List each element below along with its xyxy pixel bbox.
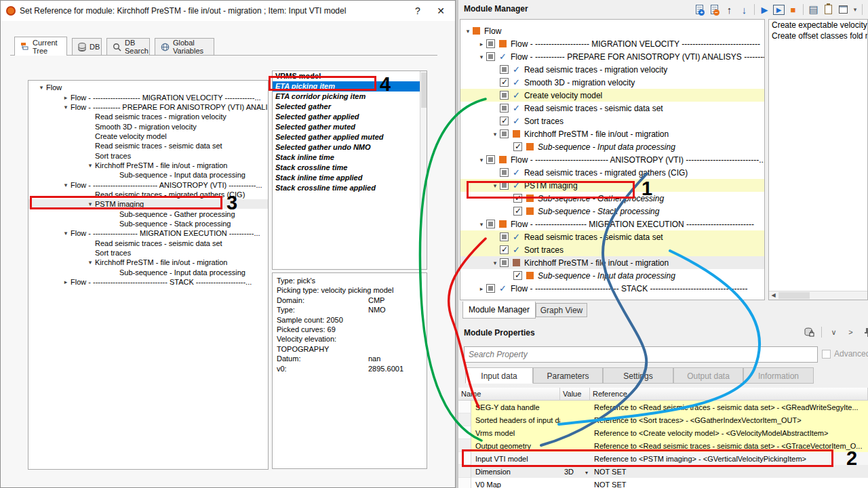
collapse-icon[interactable]: ▾ <box>477 157 486 163</box>
tree-item[interactable]: ▾PSTM imaging <box>28 199 268 209</box>
row-selector[interactable] <box>458 465 471 478</box>
scroll-left-icon[interactable]: ◀ <box>769 291 778 300</box>
list-item[interactable]: Stack crossline time applied <box>273 183 427 193</box>
tree-item[interactable]: ▾Flow - -------------------------- ANISO… <box>28 180 268 189</box>
chevron-right-icon[interactable]: > <box>844 326 857 339</box>
row-selector[interactable] <box>458 401 471 413</box>
collapse-icon[interactable]: ▾ <box>490 260 500 266</box>
partial-checkbox[interactable] <box>500 65 509 74</box>
partial-checkbox[interactable] <box>500 129 509 138</box>
checked-checkbox[interactable] <box>513 142 522 151</box>
module-tree-item[interactable]: ✓Read seismic traces - seismic data set <box>460 230 764 243</box>
new-window-icon[interactable] <box>837 3 850 16</box>
row-selector[interactable] <box>458 413 471 426</box>
partial-checkbox[interactable] <box>500 104 509 113</box>
tab-db[interactable]: DB <box>72 38 102 55</box>
pin-icon[interactable] <box>861 326 868 339</box>
checked-checkbox[interactable] <box>513 271 522 280</box>
dialog-titlebar[interactable]: Set Reference for module: Kirchhoff PreS… <box>1 1 455 21</box>
module-tree-item[interactable]: ✓Sort traces <box>460 243 764 256</box>
tree-item[interactable]: ▾Flow - ------------------ MIGRATION EXE… <box>28 228 268 238</box>
advanced-checkbox[interactable]: Advanced <box>822 349 868 359</box>
list-item[interactable]: Selected gather <box>273 102 427 112</box>
module-tree-item[interactable]: ✓Read seismic traces - migrated gathers … <box>460 166 764 179</box>
tab-graph-view[interactable]: Graph View <box>536 303 587 317</box>
tree-item[interactable]: Sort traces <box>28 248 268 258</box>
property-row[interactable]: V0 MapNOT SET <box>458 478 868 488</box>
search-input[interactable] <box>464 346 818 363</box>
window-caret-icon[interactable]: ▾ <box>852 3 859 16</box>
tree-item[interactable]: Sub-sequence - Input data processing <box>28 268 268 277</box>
tree-item[interactable]: ▾Kirchhoff PreSTM - file in/out - migrat… <box>28 161 268 170</box>
module-tree-item[interactable]: ▾Flow - ------------------- MIGRATION EX… <box>460 218 764 230</box>
row-selector[interactable] <box>458 426 471 439</box>
list-item[interactable]: ETA picking item <box>273 81 427 92</box>
module-tree-item[interactable]: ▾Kirchhoff PreSTM - file in/out - migrat… <box>460 127 764 140</box>
tree-item[interactable]: Sub-sequence - Stack processing <box>28 219 268 228</box>
tree-item[interactable]: Smooth 3D - migration velocity <box>28 121 268 131</box>
module-tree-item[interactable]: ▾Kirchhoff PreSTM - file in/out - migrat… <box>460 256 764 269</box>
run-icon[interactable]: ▶ <box>758 3 771 16</box>
property-row[interactable]: Sorted headers of input dataReference to… <box>458 413 868 426</box>
module-tree-item[interactable]: ▾✓Flow - ----------- PREPARE FOR ANISOTR… <box>460 50 764 63</box>
tab-parameters[interactable]: Parameters <box>533 367 603 384</box>
property-row[interactable]: Input VTI modelReference to <PSTM imagin… <box>458 452 868 465</box>
module-tree-item[interactable]: ✓Sort traces <box>460 115 764 127</box>
module-manager-tree[interactable]: ▾Flow▸Flow - -------------------- MIGRAT… <box>460 19 765 300</box>
property-value[interactable] <box>560 401 590 413</box>
collapse-icon[interactable]: ▾ <box>61 182 71 188</box>
list-item[interactable]: Stack inline time <box>273 152 427 163</box>
collapse-icon[interactable]: ▾ <box>61 230 71 237</box>
partial-checkbox[interactable] <box>500 232 509 241</box>
list-item[interactable]: Stack crossline time <box>273 163 427 173</box>
expand-icon[interactable]: ▸ <box>477 285 486 292</box>
tree-item[interactable]: Sub-sequence - Gather processing <box>28 209 268 218</box>
tab-current-tree[interactable]: Current Tree <box>14 37 67 56</box>
checkbox-box[interactable] <box>822 350 831 359</box>
partial-checkbox[interactable] <box>500 181 509 190</box>
partial-checkbox[interactable] <box>500 91 509 100</box>
tab-module-manager[interactable]: Module Manager <box>462 302 536 319</box>
property-value[interactable] <box>560 439 590 452</box>
expand-icon[interactable]: ▸ <box>61 279 71 285</box>
partial-checkbox[interactable] <box>486 52 495 61</box>
property-value[interactable] <box>560 413 590 426</box>
module-tree-item[interactable]: ✓Create velocity model <box>460 89 764 102</box>
list-item[interactable]: Selected gather applied muted <box>273 132 427 142</box>
tree-item[interactable]: ▾Flow - ----------- PREPARE FOR ANISOTRO… <box>28 102 268 112</box>
list-item[interactable]: VRMS model <box>273 71 427 81</box>
collapse-icon[interactable]: ▾ <box>61 104 71 110</box>
move-down-icon[interactable]: ↓ <box>738 3 751 16</box>
partial-checkbox[interactable] <box>500 258 509 267</box>
clipboard-icon[interactable] <box>822 3 835 16</box>
row-selector[interactable] <box>458 452 471 465</box>
partial-checkbox[interactable] <box>486 39 495 48</box>
list-item[interactable]: Selected gather muted <box>273 122 427 132</box>
module-tree-item[interactable]: ▸Flow - -------------------- MIGRATION V… <box>460 37 764 50</box>
row-selector[interactable] <box>458 478 471 488</box>
property-value[interactable]: 3D▾ <box>560 465 590 478</box>
tree-item[interactable]: ▾Flow <box>28 83 268 92</box>
checked-checkbox[interactable] <box>513 207 522 216</box>
module-tree-item[interactable]: ✓Read seismic traces - seismic data set <box>460 102 764 115</box>
tree-item[interactable]: Read seismic traces - migrated gathers (… <box>28 190 268 199</box>
help-button[interactable]: ? <box>408 3 428 18</box>
tab-information[interactable]: Information <box>743 367 814 384</box>
collapse-icon[interactable]: ▾ <box>477 54 486 60</box>
module-tree-item[interactable]: ▾Flow - --------------------------- ANIS… <box>460 153 764 166</box>
tree-item[interactable]: Sub-sequence - Input data processing <box>28 170 268 180</box>
module-tree-item[interactable]: Sub-sequence - Gather processing <box>460 192 764 205</box>
column-header-value[interactable]: Value <box>560 388 590 401</box>
partial-checkbox[interactable] <box>486 220 495 228</box>
tree-item[interactable]: Sort traces <box>28 150 268 160</box>
module-tree-item[interactable]: Sub-sequence - Input data processing <box>460 269 764 282</box>
chevron-down-icon[interactable]: ∨ <box>827 326 840 339</box>
property-row[interactable]: Dimension3D▾NOT SET <box>458 465 868 478</box>
collapse-icon[interactable]: ▾ <box>85 201 95 207</box>
close-button[interactable]: ✕ <box>431 3 451 18</box>
collapse-icon[interactable]: ▾ <box>490 131 500 138</box>
module-tree-item[interactable]: ▸✓Flow - -------------------------------… <box>460 282 764 295</box>
module-tree-item[interactable]: ▾Flow <box>460 24 764 37</box>
partial-checkbox[interactable] <box>486 155 495 164</box>
row-selector[interactable] <box>458 439 471 452</box>
